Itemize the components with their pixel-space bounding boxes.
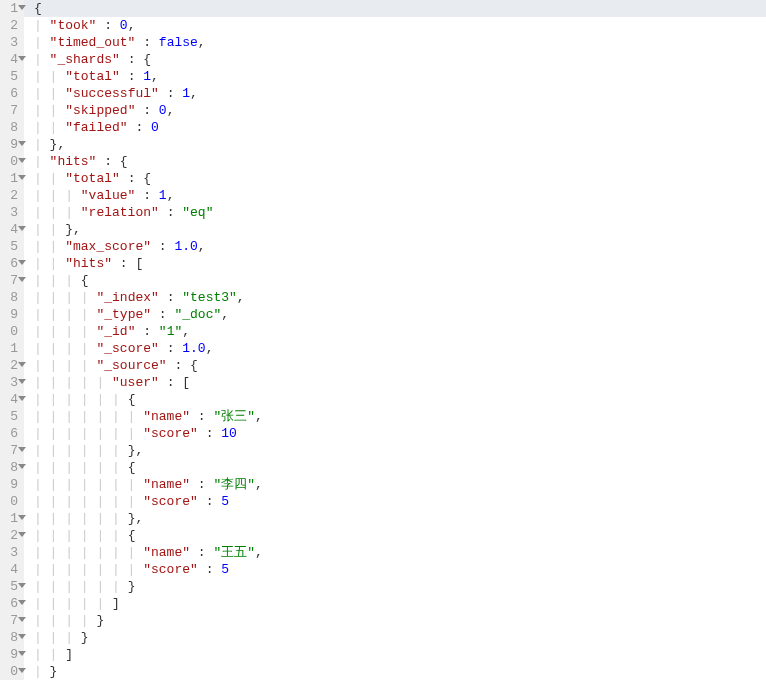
indent-guide: |	[34, 18, 50, 33]
code-line[interactable]: | | | | | "user" : [	[34, 374, 766, 391]
token-pun: ]	[65, 647, 73, 662]
line-number[interactable]: 7	[0, 272, 20, 289]
line-number[interactable]: 9	[0, 646, 20, 663]
token-pun: }	[128, 579, 136, 594]
token-pun: :	[96, 18, 119, 33]
code-line[interactable]: | | | | | | }	[34, 578, 766, 595]
code-line[interactable]: | "timed_out" : false,	[34, 34, 766, 51]
line-number[interactable]: 9	[0, 136, 20, 153]
line-number[interactable]: 1	[0, 0, 20, 17]
code-line[interactable]: | | | | | | {	[34, 459, 766, 476]
code-line[interactable]: | | | | | | {	[34, 391, 766, 408]
indent-guide: | | | | | |	[34, 511, 128, 526]
code-line[interactable]: | | "max_score" : 1.0,	[34, 238, 766, 255]
code-line[interactable]: | | "total" : 1,	[34, 68, 766, 85]
code-line[interactable]: | | "hits" : [	[34, 255, 766, 272]
line-number[interactable]: 0	[0, 663, 20, 680]
token-pun: }	[50, 664, 58, 679]
indent-guide: | | | | | | |	[34, 494, 143, 509]
token-pun: ,	[182, 324, 190, 339]
line-number[interactable]: 1	[0, 510, 20, 527]
line-number[interactable]: 1	[0, 170, 20, 187]
line-number[interactable]: 3	[0, 374, 20, 391]
line-number: 5	[0, 238, 20, 255]
line-number[interactable]: 8	[0, 629, 20, 646]
line-number[interactable]: 0	[0, 153, 20, 170]
line-number: 3	[0, 544, 20, 561]
code-line[interactable]: | | | "relation" : "eq"	[34, 204, 766, 221]
line-number[interactable]: 2	[0, 357, 20, 374]
code-line[interactable]: | | | | | ]	[34, 595, 766, 612]
code-line[interactable]: | "hits" : {	[34, 153, 766, 170]
line-number: 0	[0, 323, 20, 340]
code-line[interactable]: | | "failed" : 0	[34, 119, 766, 136]
code-line[interactable]: | | | | | | | "score" : 5	[34, 493, 766, 510]
code-line[interactable]: | "_shards" : {	[34, 51, 766, 68]
code-line[interactable]: | },	[34, 136, 766, 153]
line-number[interactable]: 5	[0, 578, 20, 595]
code-line[interactable]: | | | | "_source" : {	[34, 357, 766, 374]
line-number: 2	[0, 17, 20, 34]
token-pun: {	[34, 1, 42, 16]
indent-guide: | | | | | |	[34, 443, 128, 458]
token-pun: :	[190, 409, 213, 424]
line-number[interactable]: 4	[0, 51, 20, 68]
line-number[interactable]: 6	[0, 255, 20, 272]
code-line[interactable]: | | | {	[34, 272, 766, 289]
token-key: "_type"	[96, 307, 151, 322]
token-pun: },	[65, 222, 81, 237]
code-line[interactable]: | | | | | | | "score" : 5	[34, 561, 766, 578]
code-line[interactable]: | | },	[34, 221, 766, 238]
token-key: "timed_out"	[50, 35, 136, 50]
token-num: 1.0	[182, 341, 205, 356]
line-number: 6	[0, 85, 20, 102]
token-pun: },	[128, 511, 144, 526]
code-line[interactable]: | | | | }	[34, 612, 766, 629]
token-str: "eq"	[182, 205, 213, 220]
code-line[interactable]: | | | | "_index" : "test3",	[34, 289, 766, 306]
indent-guide: | | |	[34, 205, 81, 220]
line-number[interactable]: 8	[0, 459, 20, 476]
token-key: "user"	[112, 375, 159, 390]
code-area[interactable]: {| "took" : 0,| "timed_out" : false,| "_…	[24, 0, 766, 680]
code-line[interactable]: | | "total" : {	[34, 170, 766, 187]
code-line[interactable]: | | | "value" : 1,	[34, 187, 766, 204]
code-line[interactable]: | | | }	[34, 629, 766, 646]
code-line[interactable]: | | | | | | | "name" : "李四",	[34, 476, 766, 493]
indent-guide: | | | |	[34, 307, 96, 322]
code-line[interactable]: | | | | | | },	[34, 510, 766, 527]
code-line[interactable]: | | | | | | | "name" : "张三",	[34, 408, 766, 425]
token-key: "value"	[81, 188, 136, 203]
code-line[interactable]: | | | | | | },	[34, 442, 766, 459]
indent-guide: | | |	[34, 273, 81, 288]
token-pun: :	[159, 86, 182, 101]
indent-guide: | | | |	[34, 358, 96, 373]
code-line[interactable]: | }	[34, 663, 766, 680]
token-pun: },	[128, 443, 144, 458]
token-pun: {	[81, 273, 89, 288]
token-str: "1"	[159, 324, 182, 339]
indent-guide: | |	[34, 120, 65, 135]
code-line[interactable]: | | ]	[34, 646, 766, 663]
line-number[interactable]: 4	[0, 391, 20, 408]
line-number[interactable]: 6	[0, 595, 20, 612]
line-number[interactable]: 7	[0, 442, 20, 459]
code-line[interactable]: | | "successful" : 1,	[34, 85, 766, 102]
token-num: 1	[159, 188, 167, 203]
code-line[interactable]: | | | | | | {	[34, 527, 766, 544]
json-editor: 1234567890123456789012345678901234567890…	[0, 0, 766, 680]
line-number[interactable]: 2	[0, 527, 20, 544]
code-line[interactable]: | "took" : 0,	[34, 17, 766, 34]
code-line[interactable]: | | | | "_id" : "1",	[34, 323, 766, 340]
line-number[interactable]: 7	[0, 612, 20, 629]
line-number: 5	[0, 68, 20, 85]
code-line[interactable]: | | | | | | | "name" : "王五",	[34, 544, 766, 561]
line-number[interactable]: 4	[0, 221, 20, 238]
code-line[interactable]: {	[24, 0, 766, 17]
indent-guide: | |	[34, 222, 65, 237]
code-line[interactable]: | | | | "_score" : 1.0,	[34, 340, 766, 357]
code-line[interactable]: | | "skipped" : 0,	[34, 102, 766, 119]
code-line[interactable]: | | | | "_type" : "_doc",	[34, 306, 766, 323]
code-line[interactable]: | | | | | | | "score" : 10	[34, 425, 766, 442]
line-number: 8	[0, 119, 20, 136]
